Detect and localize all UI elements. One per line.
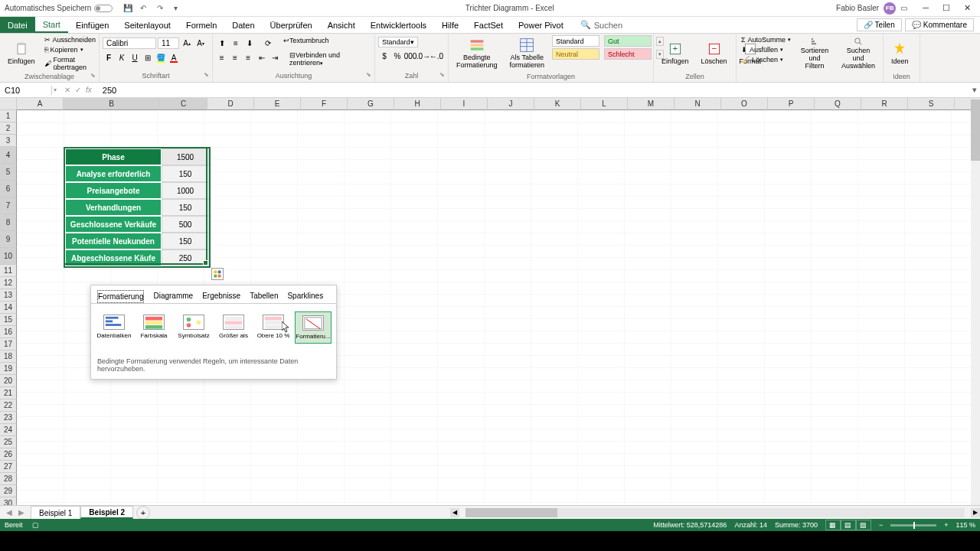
table-label-cell[interactable]: Geschlossene Verkäufe [65, 216, 162, 233]
row-header-11[interactable]: 11 [0, 265, 17, 277]
tab-powerpivot[interactable]: Power Pivot [511, 17, 571, 33]
col-header-j[interactable]: J [488, 98, 534, 110]
style-gut[interactable]: Gut [604, 35, 652, 47]
number-format-select[interactable]: Standard▾ [378, 37, 418, 47]
horizontal-scrollbar[interactable] [466, 508, 965, 517]
zoom-level[interactable]: 115 % [956, 521, 975, 529]
ribbon-display-icon[interactable]: ▭ [900, 4, 907, 12]
style-standard[interactable]: Standard [552, 35, 599, 47]
row-header-28[interactable]: 28 [0, 473, 17, 485]
delete-cells-button[interactable]: −Löschen [697, 35, 732, 72]
cut-button[interactable]: ✂Ausschneiden [43, 35, 98, 44]
qa-option-obere[interactable]: Obere 10 % [255, 311, 292, 344]
autosave-toggle[interactable] [94, 5, 113, 12]
tab-daten[interactable]: Daten [224, 17, 262, 33]
increase-font-icon[interactable]: A▴ [181, 37, 193, 49]
autosum-button[interactable]: ΣAutoSumme▾ [740, 35, 792, 44]
row-header-29[interactable]: 29 [0, 485, 17, 497]
redo-icon[interactable]: ↷ [157, 4, 166, 13]
qa-tab-formatierung[interactable]: Formatierung [97, 290, 144, 303]
col-header-r[interactable]: R [861, 98, 908, 110]
view-page-break-icon[interactable]: ▧ [856, 520, 871, 530]
tab-start[interactable]: Start [35, 17, 68, 33]
table-label-cell[interactable]: Abgeschlossene Käufe [65, 249, 162, 266]
fill-color-button[interactable]: 🪣 [155, 51, 167, 64]
row-header-5[interactable]: 5 [0, 164, 17, 181]
col-header-c[interactable]: C [160, 98, 207, 110]
sheet-tab-2[interactable]: Beispiel 2 [80, 506, 133, 519]
row-header-9[interactable]: 9 [0, 231, 17, 248]
wrap-text-button[interactable]: ↩Textumbruch [283, 37, 329, 49]
formula-bar[interactable]: 250 [98, 86, 969, 95]
style-schlecht[interactable]: Schlecht [604, 48, 652, 60]
col-header-f[interactable]: F [301, 98, 348, 110]
share-button[interactable]: 🔗Teilen [857, 18, 902, 31]
table-label-cell[interactable]: Analyse erforderlich [65, 165, 162, 182]
row-header-27[interactable]: 27 [0, 461, 17, 473]
hscroll-right[interactable]: ▶ [971, 508, 980, 517]
italic-button[interactable]: K [116, 51, 128, 64]
insert-cells-button[interactable]: +Einfügen [657, 35, 694, 72]
row-header-23[interactable]: 23 [0, 412, 17, 424]
col-header-e[interactable]: E [254, 98, 301, 110]
table-value-cell[interactable]: 150 [162, 199, 209, 216]
row-header-18[interactable]: 18 [0, 350, 17, 363]
fx-icon[interactable]: fx [86, 86, 92, 94]
avatar[interactable]: FB [884, 2, 896, 15]
table-value-cell[interactable]: 150 [162, 165, 209, 182]
percent-format-icon[interactable]: % [391, 50, 403, 62]
font-launcher[interactable]: ⬊ [204, 71, 209, 78]
increase-decimal-icon[interactable]: .0→ [417, 50, 430, 62]
add-sheet-button[interactable]: + [136, 506, 150, 520]
qa-option-farbskala[interactable]: Farbskala [136, 311, 172, 344]
view-normal-icon[interactable]: ▦ [825, 520, 841, 530]
view-page-layout-icon[interactable]: ▤ [841, 520, 856, 530]
qa-option-symbolsatz[interactable]: Symbolsatz [175, 311, 212, 344]
tab-ueberpruefen[interactable]: Überprüfen [263, 17, 320, 33]
row-header-26[interactable]: 26 [0, 448, 17, 461]
col-header-m[interactable]: M [628, 98, 675, 110]
sort-filter-button[interactable]: Sortieren und Filtern [795, 35, 834, 72]
sheet-tab-1[interactable]: Beispiel 1 [31, 506, 80, 519]
qa-tab-tabellen[interactable]: Tabellen [250, 290, 278, 303]
row-header-17[interactable]: 17 [0, 338, 17, 350]
row-header-10[interactable]: 10 [0, 248, 17, 265]
fill-button[interactable]: ⬇Ausfüllen▾ [740, 45, 792, 54]
row-header-12[interactable]: 12 [0, 277, 17, 289]
align-bottom-icon[interactable]: ⬇ [243, 37, 256, 49]
tab-entwicklertools[interactable]: Entwicklertools [363, 17, 434, 33]
row-header-3[interactable]: 3 [0, 135, 17, 147]
close-icon[interactable]: ✕ [964, 3, 971, 13]
table-value-cell[interactable]: 150 [162, 233, 209, 249]
sheet-nav-prev[interactable]: ◀ [6, 508, 12, 517]
ideas-button[interactable]: Ideen [887, 35, 913, 72]
col-header-a[interactable]: A [17, 98, 64, 110]
font-color-button[interactable]: A [168, 51, 180, 64]
minimize-icon[interactable]: ─ [923, 3, 929, 13]
col-header-p[interactable]: P [768, 98, 815, 110]
orientation-icon[interactable]: ⟳ [262, 37, 274, 49]
cancel-formula-icon[interactable]: ✕ [64, 86, 70, 94]
font-name-select[interactable]: Calibri [103, 37, 156, 49]
qat-customize-icon[interactable]: ▾ [174, 4, 183, 13]
hscroll-left[interactable]: ◀ [450, 508, 459, 517]
align-middle-icon[interactable]: ≡ [230, 37, 242, 49]
sheet-nav-next[interactable]: ▶ [18, 508, 24, 517]
row-header-22[interactable]: 22 [0, 399, 17, 412]
row-header-15[interactable]: 15 [0, 314, 17, 326]
save-icon[interactable]: 💾 [123, 4, 132, 13]
col-header-g[interactable]: G [348, 98, 394, 110]
clear-button[interactable]: 🧹Löschen▾ [740, 55, 792, 64]
table-label-cell[interactable]: Preisangebote [65, 182, 162, 199]
row-header-2[interactable]: 2 [0, 122, 17, 135]
table-value-cell[interactable]: 1500 [162, 148, 209, 165]
decrease-indent-icon[interactable]: ⇤ [256, 51, 267, 64]
format-as-table-button[interactable]: Als Tabelle formatieren [505, 35, 550, 72]
style-neutral[interactable]: Neutral [552, 48, 599, 60]
tab-einfuegen[interactable]: Einfügen [68, 17, 116, 33]
tab-factset[interactable]: FactSet [466, 17, 511, 33]
row-header-19[interactable]: 19 [0, 363, 17, 375]
col-header-l[interactable]: L [581, 98, 628, 110]
qa-option-datenbalken[interactable]: Datenbalken [96, 311, 132, 344]
find-select-button[interactable]: Suchen und Auswählen [837, 35, 880, 72]
